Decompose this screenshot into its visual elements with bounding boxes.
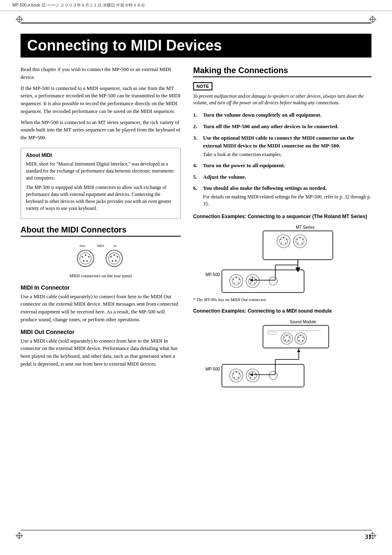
svg-marker-108: [297, 349, 300, 352]
conn-diagram-2: Sound Module: [193, 317, 371, 391]
bottom-rule: [21, 530, 371, 531]
svg-point-76: [285, 340, 286, 341]
svg-rect-49: [222, 270, 304, 292]
reg-mark-tr: [369, 16, 376, 23]
step-3-text: Use the optional MIDI cable to connect t…: [203, 135, 354, 149]
svg-point-33: [280, 239, 281, 240]
svg-point-53: [239, 279, 240, 280]
svg-text:In: In: [114, 244, 117, 248]
svg-rect-71: [268, 332, 276, 334]
svg-point-82: [303, 336, 304, 338]
step-6-sub: For details on making MIDI-related setti…: [203, 193, 371, 207]
svg-point-19: [83, 260, 85, 262]
svg-point-37: [283, 237, 284, 238]
step-4-text: Turn on the power to all equipment.: [203, 162, 285, 168]
step-2-text: Turn off the MP-500 and any other device…: [203, 123, 339, 129]
reg-mark-bl: [16, 532, 23, 539]
step-3-content: Use the optional MIDI cable to connect t…: [203, 134, 371, 158]
conn-example-2-heading: Connection Examples: Connecting to a MID…: [193, 308, 371, 314]
svg-point-95: [234, 377, 235, 378]
svg-point-91: [230, 369, 243, 382]
svg-point-78: [286, 335, 288, 336]
step-6: 6. You should also make the following se…: [193, 184, 371, 207]
svg-text:MP-500: MP-500: [205, 367, 220, 371]
midi-connectors-svg: Out MIDI In: [74, 243, 127, 269]
page-title: Connecting to MIDI Devices: [21, 34, 371, 58]
about-midi-title: About MIDI: [26, 152, 175, 158]
svg-point-31: [277, 235, 290, 248]
step-4-content: Turn on the power to all equipment.: [203, 161, 371, 170]
note-container: NOTE To prevent malfunction and/or damag…: [193, 82, 371, 106]
svg-point-72: [281, 333, 293, 344]
conn-diagram-1-caption: * The MT-90s has no MIDI Out connector.: [193, 297, 371, 302]
intro-para-1: Read this chapter if you wish to connect…: [21, 66, 181, 81]
svg-point-75: [289, 336, 290, 338]
svg-point-55: [238, 282, 239, 283]
svg-point-101: [255, 373, 256, 374]
svg-point-44: [300, 237, 301, 238]
svg-point-52: [233, 279, 234, 280]
svg-rect-69: [263, 325, 329, 348]
svg-point-18: [88, 256, 90, 258]
header-text: MP-500.e.book 31 ページ ２００３年６月１１日 水曜日 午前９時…: [12, 2, 145, 8]
midi-in-heading: MIDI In Connector: [21, 284, 181, 291]
svg-text:MP-500: MP-500: [205, 272, 220, 277]
intro-para-3: When the MP-500 is connected to an MT se…: [21, 119, 181, 142]
svg-point-62: [254, 282, 256, 283]
step-1-num: 1.: [193, 111, 201, 119]
svg-point-104: [252, 371, 254, 373]
svg-point-94: [239, 373, 240, 374]
conn-diagram-1-svg: MT Series: [193, 223, 341, 295]
midi-out-heading: MIDI Out Connector: [21, 329, 181, 335]
svg-text:MIDI: MIDI: [97, 244, 104, 248]
svg-point-24: [110, 256, 112, 258]
conn-diagram-1: MT Series: [193, 223, 371, 302]
header-bar: MP-500.e.book 31 ページ ２００３年６月１１日 水曜日 午前９時…: [0, 0, 392, 11]
svg-point-96: [238, 377, 239, 378]
right-column: Making the Connections NOTE To prevent m…: [193, 66, 371, 394]
svg-point-102: [250, 377, 251, 378]
step-6-content: You should also make the following setti…: [203, 184, 371, 207]
svg-point-50: [230, 274, 243, 288]
midi-in-text: Use a MIDI cable (sold separately) to co…: [21, 293, 181, 324]
step-3: 3. Use the optional MIDI cable to connec…: [193, 134, 371, 158]
step-5-content: Adjust the volume.: [203, 173, 371, 181]
svg-point-74: [284, 336, 285, 338]
svg-point-61: [250, 282, 251, 283]
reg-mark-tl: [16, 16, 23, 23]
svg-point-25: [117, 256, 118, 258]
svg-point-105: [269, 371, 277, 380]
svg-point-60: [255, 279, 256, 280]
content-area: Connecting to MIDI Devices Read this cha…: [0, 11, 392, 417]
step-2-content: Turn off the MP-500 and any other device…: [203, 122, 371, 131]
page-wrapper: MP-500.e.book 31 ページ ２００３年６月１１日 水曜日 午前９時…: [0, 0, 392, 555]
step-4: 4. Turn on the power to all equipment.: [193, 161, 371, 170]
step-3-sub: Take a look at the connection examples.: [203, 151, 371, 158]
svg-point-103: [254, 377, 256, 378]
svg-point-100: [249, 373, 251, 374]
svg-point-38: [293, 235, 307, 248]
svg-point-27: [115, 260, 117, 262]
about-midi-box: About MIDI MIDI, short for "Musical Inst…: [21, 148, 181, 219]
step-3-num: 3.: [193, 134, 201, 158]
connector-diagram-caption: MIDI connectors on the rear panel: [21, 273, 181, 278]
svg-point-59: [249, 279, 251, 280]
making-connections-heading: Making the Connections: [193, 66, 371, 77]
svg-point-54: [234, 282, 235, 283]
midi-out-text: Use a MIDI cable (sold separately) to co…: [21, 337, 181, 368]
about-midi-para-2: The MP-500 is equipped with MIDI connect…: [26, 184, 175, 212]
note-text: To prevent malfunction and/or damage to …: [193, 93, 371, 106]
svg-point-97: [236, 371, 237, 373]
svg-rect-30: [263, 231, 333, 260]
svg-text:Out: Out: [80, 244, 85, 248]
svg-point-34: [286, 239, 287, 240]
svg-point-42: [297, 242, 299, 244]
step-5-num: 5.: [193, 173, 201, 181]
top-rule: [21, 23, 371, 23]
svg-point-35: [281, 242, 282, 244]
svg-point-85: [300, 335, 302, 336]
svg-point-43: [302, 242, 303, 244]
two-column-layout: Read this chapter if you wish to connect…: [21, 66, 371, 394]
steps-list: 1. Turn the volume down completely on al…: [193, 111, 371, 207]
step-4-num: 4.: [193, 161, 201, 170]
